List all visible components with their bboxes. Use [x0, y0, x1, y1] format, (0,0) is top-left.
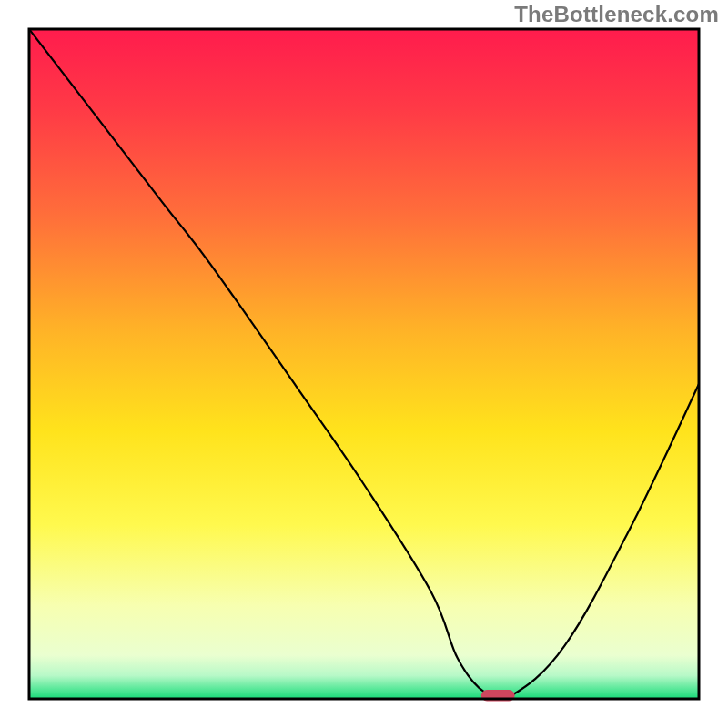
chart-frame: TheBottleneck.com [0, 0, 728, 728]
plot-area [29, 29, 699, 702]
bottleneck-chart [0, 0, 728, 728]
heat-gradient-background [29, 29, 699, 699]
watermark-text: TheBottleneck.com [514, 2, 719, 27]
